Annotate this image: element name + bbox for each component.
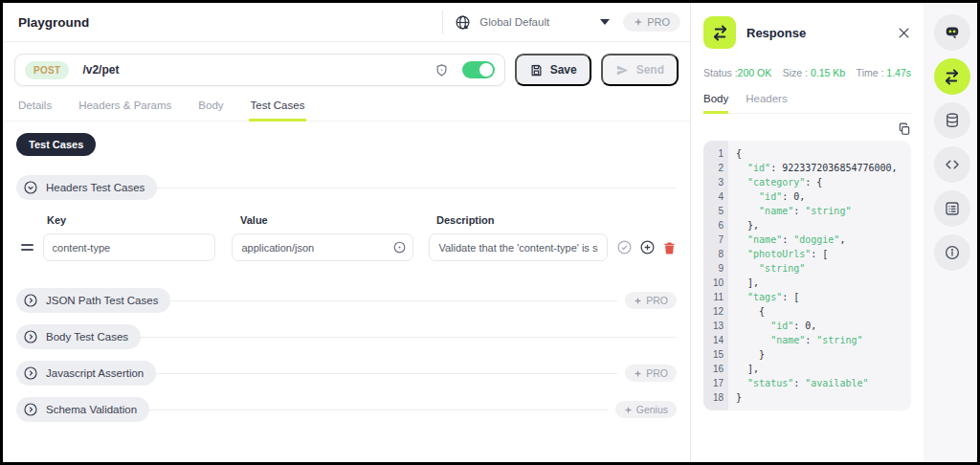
pro-badge-label: PRO [647, 16, 670, 28]
page-title: Playground [18, 15, 89, 30]
section-schema-validation: Schema Validation Genius [16, 397, 677, 422]
response-panel: Response Status :200 OK Size : 0.15 Kb T… [690, 3, 923, 462]
sparkle-icon [634, 17, 643, 27]
plan-badge-label: PRO [646, 295, 668, 306]
plan-badge: PRO [625, 365, 677, 382]
divider [170, 300, 617, 301]
copy-icon[interactable] [898, 122, 911, 136]
robot-icon [943, 23, 962, 42]
size-label: Size : [783, 67, 808, 78]
request-enabled-toggle[interactable] [462, 61, 495, 78]
main-header: Playground Global Default [3, 3, 690, 42]
toggle-knob [479, 63, 493, 77]
time-label: Time : [857, 67, 884, 78]
row-actions [616, 239, 677, 255]
chevron-right-circle-icon [23, 329, 38, 344]
send-icon [615, 63, 630, 78]
info-icon [944, 244, 961, 261]
response-title: Response [746, 26, 886, 40]
time-stat: Time : 1.47s [857, 67, 911, 78]
test-cases-badge: Test Cases [16, 133, 96, 156]
schema-validation-toggle[interactable]: Schema Validation [16, 397, 149, 422]
copy-row [703, 122, 911, 136]
status-value: 200 OK [738, 67, 772, 78]
headers-test-cases-toggle[interactable]: Headers Test Cases [16, 175, 157, 200]
tab-details[interactable]: Details [16, 97, 54, 121]
response-header: Response [703, 16, 911, 49]
code-button[interactable] [934, 146, 970, 183]
url-bar[interactable]: POST /v2/pet [14, 54, 505, 86]
tab-headers-params[interactable]: Headers & Params [77, 97, 173, 121]
response-tabs: Body Headers [703, 93, 911, 114]
chevron-right-circle-icon [23, 293, 38, 308]
plan-badge: PRO [625, 292, 677, 309]
ai-assistant-button[interactable] [934, 14, 970, 51]
main-area: Playground Global Default [3, 3, 690, 462]
send-button-label: Send [636, 63, 664, 77]
method-badge: POST [25, 61, 69, 79]
section-title: Javascript Assertion [46, 367, 144, 379]
info-button[interactable] [934, 234, 970, 271]
key-input[interactable] [43, 233, 216, 261]
response-tab-body[interactable]: Body [703, 93, 728, 114]
table-header: Key Value Description [47, 214, 677, 226]
request-row: POST /v2/pet Sav [3, 42, 690, 86]
json-path-test-cases-toggle[interactable]: JSON Path Test Cases [16, 288, 170, 313]
value-input[interactable] [232, 233, 413, 261]
divider [149, 410, 608, 410]
pro-badge: PRO [623, 12, 680, 32]
validate-check-icon[interactable] [616, 239, 633, 255]
description-input[interactable] [429, 233, 608, 261]
section-json-path-test-cases: JSON Path Test Cases PRO [16, 288, 677, 313]
section-title: Headers Test Cases [46, 182, 145, 193]
code-icon [944, 156, 961, 173]
section-javascript-assertion: Javascript Assertion PRO [16, 361, 677, 386]
globe-icon [455, 14, 471, 31]
response-body-code[interactable]: 123456789101112131415161718 { "id": 9223… [703, 141, 911, 410]
response-tab-headers[interactable]: Headers [746, 93, 787, 113]
section-headers-test-cases: Headers Test Cases [16, 175, 677, 200]
list-icon [944, 200, 961, 217]
plan-badge-label: PRO [646, 367, 668, 379]
javascript-assertion-toggle[interactable]: Javascript Assertion [16, 361, 156, 386]
section-title: Schema Validation [46, 404, 137, 415]
section-title: JSON Path Test Cases [46, 295, 158, 306]
app-window: Playground Global Default [0, 0, 980, 465]
status-label: Status : [703, 67, 738, 78]
environment-label: Global Default [479, 16, 549, 28]
drag-handle-icon[interactable] [21, 241, 33, 254]
tab-body[interactable]: Body [196, 97, 225, 121]
database-icon [944, 112, 961, 129]
main-tabs: Details Headers & Params Body Test Cases [3, 97, 690, 122]
sparkle-icon [634, 297, 642, 305]
environment-selector[interactable]: Global Default [455, 14, 610, 31]
delete-trash-icon[interactable] [662, 240, 677, 255]
save-button-label: Save [550, 63, 577, 77]
column-header-description: Description [436, 214, 495, 226]
environment-group: Global Default PRO [442, 11, 680, 33]
chevron-right-circle-icon [23, 365, 38, 381]
chevron-down-circle-icon [23, 180, 38, 195]
divider [157, 188, 677, 188]
send-button[interactable]: Send [601, 54, 679, 86]
response-swap-icon [703, 16, 736, 49]
shield-icon[interactable] [434, 63, 449, 78]
plan-badge-label: Genius [636, 404, 668, 415]
chevron-right-circle-icon [23, 402, 38, 417]
size-stat: Size : 0.15 Kb [783, 67, 845, 78]
variable-insert-icon[interactable] [392, 240, 407, 255]
response-panel-button[interactable] [934, 58, 970, 95]
save-button[interactable]: Save [515, 54, 591, 86]
tab-test-cases[interactable]: Test Cases [249, 97, 307, 122]
add-row-icon[interactable] [639, 239, 656, 255]
section-title: Body Test Cases [46, 331, 128, 343]
test-cases-content: Test Cases Headers Test Cases Key Value … [3, 122, 690, 422]
database-button[interactable] [934, 102, 970, 139]
body-test-cases-toggle[interactable]: Body Test Cases [16, 324, 141, 349]
save-icon [529, 63, 544, 78]
divider [156, 373, 617, 374]
divider [442, 11, 443, 33]
close-icon[interactable] [897, 26, 911, 40]
sparkle-icon [624, 406, 633, 414]
details-list-button[interactable] [934, 190, 970, 227]
